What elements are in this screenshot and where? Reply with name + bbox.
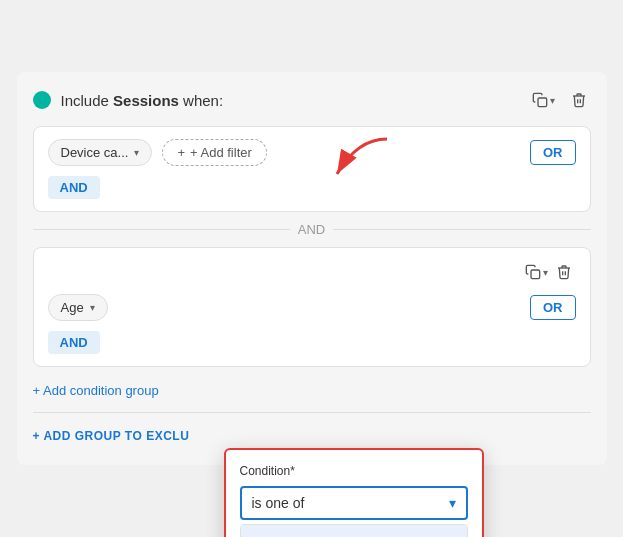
section-header-left: Include Sessions when:	[33, 91, 224, 109]
copy-button[interactable]: ▾	[528, 88, 559, 112]
and-button-second[interactable]: AND	[48, 331, 100, 354]
chevron-down-icon-second: ▾	[543, 267, 548, 278]
add-group-to-exclude-button[interactable]: + ADD GROUP TO EXCLU	[33, 423, 190, 449]
selected-option-text: is one of	[252, 495, 305, 511]
add-filter-label: + Add filter	[190, 145, 252, 160]
condition-dropdown-popup: Condition* is one of ▾ is one of is not …	[224, 448, 484, 537]
delete-button[interactable]	[567, 88, 591, 112]
and-button-first[interactable]: AND	[48, 176, 100, 199]
or-button-first[interactable]: OR	[530, 140, 576, 165]
plus-icon: +	[177, 145, 185, 160]
main-container: Include Sessions when: ▾ Device ca... ▾	[17, 72, 607, 465]
device-category-dropdown[interactable]: Device ca... ▾	[48, 139, 153, 166]
and-separator: AND	[33, 222, 591, 237]
second-block-header: ▾	[48, 260, 576, 284]
condition-label: Condition*	[240, 464, 468, 478]
chevron-icon-age: ▾	[90, 302, 95, 313]
or-button-second[interactable]: OR	[530, 295, 576, 320]
section-title: Include Sessions when:	[61, 92, 224, 109]
copy-button-second[interactable]: ▾	[521, 260, 552, 284]
device-category-label: Device ca...	[61, 145, 129, 160]
green-dot-icon	[33, 91, 51, 109]
chevron-down-icon: ▾	[550, 95, 555, 106]
first-condition-block: Device ca... ▾ + + Add filter OR AND	[33, 126, 591, 212]
age-label: Age	[61, 300, 84, 315]
add-filter-button[interactable]: + + Add filter	[162, 139, 266, 166]
condition-selected-value[interactable]: is one of ▾	[240, 486, 468, 520]
delete-button-second[interactable]	[552, 260, 576, 284]
section-header-right: ▾	[528, 88, 591, 112]
chevron-icon: ▾	[134, 147, 139, 158]
svg-rect-1	[538, 98, 547, 107]
first-filter-row: Device ca... ▾ + + Add filter OR	[48, 139, 576, 166]
add-condition-group-button[interactable]: + Add condition group	[33, 377, 159, 404]
condition-options-list: is one of is not one of	[240, 524, 468, 537]
section-header: Include Sessions when: ▾	[33, 88, 591, 112]
second-filter-row: Age ▾ OR	[48, 294, 576, 321]
chevron-down-icon-condition: ▾	[449, 495, 456, 511]
option-is-one-of[interactable]: is one of	[241, 525, 467, 537]
second-condition-block: ▾ Age ▾ OR AND Condition* is one of ▾	[33, 247, 591, 367]
svg-rect-2	[531, 270, 540, 279]
age-dropdown[interactable]: Age ▾	[48, 294, 108, 321]
